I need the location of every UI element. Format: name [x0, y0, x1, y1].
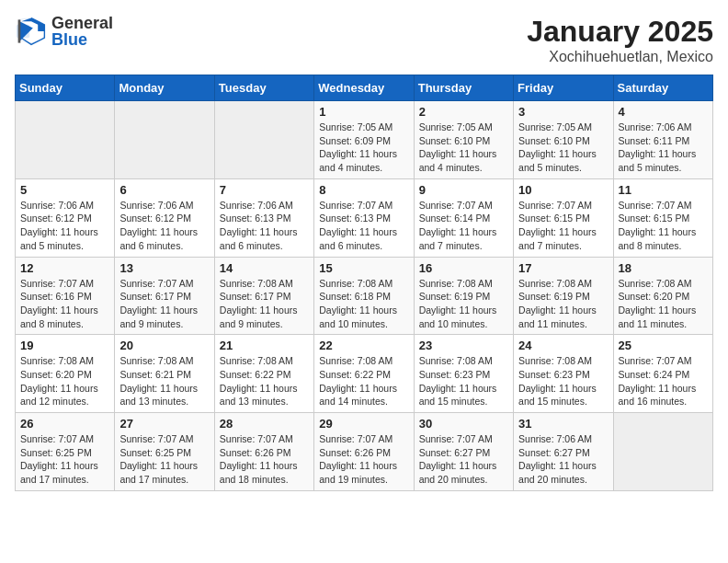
calendar-cell	[115, 101, 214, 179]
calendar-cell: 5Sunrise: 7:06 AM Sunset: 6:12 PM Daylig…	[16, 178, 115, 257]
day-number: 20	[119, 339, 209, 352]
weekday-header-wednesday: Wednesday	[314, 75, 414, 101]
day-number: 2	[419, 105, 508, 119]
calendar-cell: 28Sunrise: 7:07 AM Sunset: 6:26 PM Dayli…	[214, 413, 313, 491]
day-info: Sunrise: 7:07 AM Sunset: 6:27 PM Dayligh…	[419, 432, 508, 487]
logo-icon	[15, 15, 48, 48]
day-info: Sunrise: 7:08 AM Sunset: 6:22 PM Dayligh…	[220, 354, 309, 408]
calendar-cell: 25Sunrise: 7:07 AM Sunset: 6:24 PM Dayli…	[613, 335, 712, 413]
calendar-cell: 13Sunrise: 7:07 AM Sunset: 6:17 PM Dayli…	[115, 257, 214, 335]
calendar-cell: 17Sunrise: 7:08 AM Sunset: 6:19 PM Dayli…	[514, 257, 613, 335]
weekday-header-thursday: Thursday	[414, 75, 513, 101]
calendar-cell: 31Sunrise: 7:06 AM Sunset: 6:27 PM Dayli…	[514, 413, 613, 491]
day-info: Sunrise: 7:07 AM Sunset: 6:13 PM Dayligh…	[319, 199, 408, 253]
weekday-header-saturday: Saturday	[613, 75, 712, 101]
calendar-cell: 19Sunrise: 7:08 AM Sunset: 6:20 PM Dayli…	[16, 335, 115, 413]
day-number: 3	[518, 105, 608, 119]
day-number: 5	[20, 183, 109, 197]
weekday-header-row: SundayMondayTuesdayWednesdayThursdayFrid…	[16, 75, 713, 101]
day-info: Sunrise: 7:06 AM Sunset: 6:11 PM Dayligh…	[619, 121, 708, 175]
calendar-week-2: 5Sunrise: 7:06 AM Sunset: 6:12 PM Daylig…	[16, 178, 713, 257]
day-number: 6	[119, 183, 209, 197]
day-info: Sunrise: 7:07 AM Sunset: 6:15 PM Dayligh…	[619, 199, 708, 253]
day-info: Sunrise: 7:07 AM Sunset: 6:14 PM Dayligh…	[419, 199, 508, 253]
calendar-cell: 18Sunrise: 7:08 AM Sunset: 6:20 PM Dayli…	[613, 257, 712, 335]
day-info: Sunrise: 7:07 AM Sunset: 6:26 PM Dayligh…	[220, 432, 309, 487]
day-number: 10	[518, 183, 608, 197]
calendar-cell: 23Sunrise: 7:08 AM Sunset: 6:23 PM Dayli…	[414, 335, 513, 413]
calendar-cell: 4Sunrise: 7:06 AM Sunset: 6:11 PM Daylig…	[613, 101, 712, 179]
calendar-week-3: 12Sunrise: 7:07 AM Sunset: 6:16 PM Dayli…	[16, 257, 713, 335]
day-number: 30	[419, 417, 508, 431]
day-number: 24	[518, 339, 608, 352]
calendar-cell: 1Sunrise: 7:05 AM Sunset: 6:09 PM Daylig…	[314, 101, 414, 179]
calendar-table: SundayMondayTuesdayWednesdayThursdayFrid…	[15, 75, 713, 491]
day-info: Sunrise: 7:05 AM Sunset: 6:09 PM Dayligh…	[319, 121, 408, 175]
calendar-cell	[613, 413, 712, 491]
day-info: Sunrise: 7:08 AM Sunset: 6:23 PM Dayligh…	[518, 354, 608, 408]
day-number: 17	[518, 261, 608, 275]
day-number: 11	[619, 183, 708, 197]
calendar-cell: 21Sunrise: 7:08 AM Sunset: 6:22 PM Dayli…	[214, 335, 313, 413]
day-info: Sunrise: 7:06 AM Sunset: 6:12 PM Dayligh…	[119, 199, 209, 253]
calendar-cell: 22Sunrise: 7:08 AM Sunset: 6:22 PM Dayli…	[314, 335, 414, 413]
calendar-week-5: 26Sunrise: 7:07 AM Sunset: 6:25 PM Dayli…	[16, 413, 713, 491]
day-info: Sunrise: 7:06 AM Sunset: 6:27 PM Dayligh…	[518, 432, 608, 487]
day-number: 8	[319, 183, 408, 197]
page-header: General Blue January 2025 Xochihuehuetla…	[15, 15, 713, 65]
day-number: 21	[220, 339, 309, 352]
day-number: 31	[518, 417, 608, 431]
weekday-header-sunday: Sunday	[16, 75, 115, 101]
calendar-cell: 27Sunrise: 7:07 AM Sunset: 6:25 PM Dayli…	[115, 413, 214, 491]
day-info: Sunrise: 7:08 AM Sunset: 6:22 PM Dayligh…	[319, 354, 408, 408]
day-info: Sunrise: 7:08 AM Sunset: 6:21 PM Dayligh…	[119, 354, 209, 408]
day-info: Sunrise: 7:05 AM Sunset: 6:10 PM Dayligh…	[518, 121, 608, 175]
calendar-cell: 26Sunrise: 7:07 AM Sunset: 6:25 PM Dayli…	[16, 413, 115, 491]
calendar-cell: 2Sunrise: 7:05 AM Sunset: 6:10 PM Daylig…	[414, 101, 513, 179]
calendar-cell: 16Sunrise: 7:08 AM Sunset: 6:19 PM Dayli…	[414, 257, 513, 335]
day-number: 25	[619, 339, 708, 352]
day-number: 18	[619, 261, 708, 275]
day-number: 29	[319, 417, 408, 431]
calendar-cell: 7Sunrise: 7:06 AM Sunset: 6:13 PM Daylig…	[214, 178, 313, 257]
calendar-cell: 20Sunrise: 7:08 AM Sunset: 6:21 PM Dayli…	[115, 335, 214, 413]
day-info: Sunrise: 7:07 AM Sunset: 6:26 PM Dayligh…	[319, 432, 408, 487]
calendar-subtitle: Xochihuehuetlan, Mexico	[527, 49, 713, 65]
day-number: 22	[319, 339, 408, 352]
day-info: Sunrise: 7:07 AM Sunset: 6:25 PM Dayligh…	[119, 432, 209, 487]
calendar-cell: 12Sunrise: 7:07 AM Sunset: 6:16 PM Dayli…	[16, 257, 115, 335]
calendar-cell: 6Sunrise: 7:06 AM Sunset: 6:12 PM Daylig…	[115, 178, 214, 257]
day-number: 14	[220, 261, 309, 275]
day-number: 4	[619, 105, 708, 119]
day-info: Sunrise: 7:07 AM Sunset: 6:16 PM Dayligh…	[20, 277, 109, 331]
logo-blue-text: Blue	[51, 31, 113, 48]
day-info: Sunrise: 7:05 AM Sunset: 6:10 PM Dayligh…	[419, 121, 508, 175]
day-info: Sunrise: 7:06 AM Sunset: 6:12 PM Dayligh…	[20, 199, 109, 253]
day-info: Sunrise: 7:08 AM Sunset: 6:19 PM Dayligh…	[518, 277, 608, 331]
weekday-header-monday: Monday	[115, 75, 214, 101]
calendar-cell: 14Sunrise: 7:08 AM Sunset: 6:17 PM Dayli…	[214, 257, 313, 335]
day-info: Sunrise: 7:08 AM Sunset: 6:19 PM Dayligh…	[419, 277, 508, 331]
day-info: Sunrise: 7:07 AM Sunset: 6:24 PM Dayligh…	[619, 354, 708, 408]
day-number: 12	[20, 261, 109, 275]
day-number: 23	[419, 339, 508, 352]
calendar-cell	[214, 101, 313, 179]
logo-general-text: General	[51, 15, 113, 31]
calendar-cell: 29Sunrise: 7:07 AM Sunset: 6:26 PM Dayli…	[314, 413, 414, 491]
calendar-cell: 10Sunrise: 7:07 AM Sunset: 6:15 PM Dayli…	[514, 178, 613, 257]
calendar-cell: 30Sunrise: 7:07 AM Sunset: 6:27 PM Dayli…	[414, 413, 513, 491]
calendar-cell: 11Sunrise: 7:07 AM Sunset: 6:15 PM Dayli…	[613, 178, 712, 257]
day-number: 28	[220, 417, 309, 431]
day-info: Sunrise: 7:08 AM Sunset: 6:17 PM Dayligh…	[220, 277, 309, 331]
calendar-cell: 15Sunrise: 7:08 AM Sunset: 6:18 PM Dayli…	[314, 257, 414, 335]
day-info: Sunrise: 7:07 AM Sunset: 6:25 PM Dayligh…	[20, 432, 109, 487]
day-number: 9	[419, 183, 508, 197]
day-info: Sunrise: 7:08 AM Sunset: 6:18 PM Dayligh…	[319, 277, 408, 331]
calendar-cell: 8Sunrise: 7:07 AM Sunset: 6:13 PM Daylig…	[314, 178, 414, 257]
logo: General Blue	[15, 15, 113, 48]
day-number: 7	[220, 183, 309, 197]
day-number: 27	[119, 417, 209, 431]
weekday-header-friday: Friday	[514, 75, 613, 101]
calendar-cell: 9Sunrise: 7:07 AM Sunset: 6:14 PM Daylig…	[414, 178, 513, 257]
day-number: 26	[20, 417, 109, 431]
